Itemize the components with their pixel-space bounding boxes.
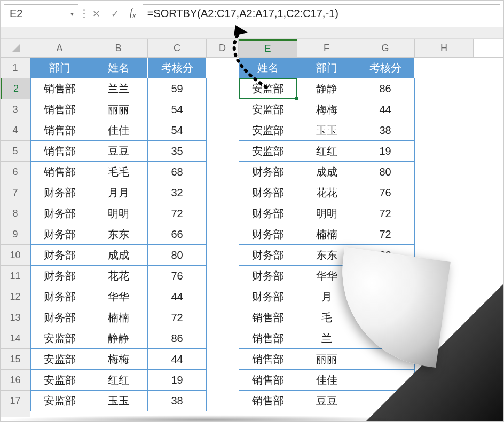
row-header-12[interactable]: 12 xyxy=(1,286,30,307)
row-header-11[interactable]: 11 xyxy=(1,266,30,286)
table1-cell[interactable]: 44 xyxy=(148,349,207,370)
row-header-7[interactable]: 7 xyxy=(1,182,30,203)
table2-cell[interactable]: 销售部 xyxy=(239,328,297,349)
table1-cell[interactable]: 安监部 xyxy=(30,391,89,411)
table2-cell[interactable]: 44 xyxy=(356,99,415,120)
empty-cell[interactable] xyxy=(415,328,436,349)
table1-cell[interactable]: 销售部 xyxy=(30,120,89,141)
table2-cell[interactable]: 佳佳 xyxy=(297,370,356,391)
table2-cell[interactable]: 毛 xyxy=(297,307,356,328)
table1-cell[interactable]: 19 xyxy=(148,370,207,391)
table1-cell[interactable]: 销售部 xyxy=(30,141,89,162)
empty-cell[interactable] xyxy=(415,224,436,245)
table2-cell[interactable]: 静静 xyxy=(297,78,356,99)
table2-cell[interactable]: 80 xyxy=(356,162,415,182)
table2-cell[interactable]: 玉玉 xyxy=(297,120,356,141)
table1-cell[interactable]: 红红 xyxy=(89,370,148,391)
table2-cell[interactable]: 财务部 xyxy=(239,286,297,307)
empty-cell[interactable] xyxy=(415,99,436,120)
table2-cell[interactable]: 86 xyxy=(356,78,415,99)
row-header-16[interactable]: 16 xyxy=(1,370,30,391)
row-header-4[interactable]: 4 xyxy=(1,120,30,141)
empty-cell[interactable] xyxy=(207,120,239,141)
table1-cell[interactable]: 华华 xyxy=(89,286,148,307)
table1-cell[interactable]: 财务部 xyxy=(30,224,89,245)
table2-cell[interactable]: 销售部 xyxy=(239,307,297,328)
row-header-3[interactable]: 3 xyxy=(1,99,30,120)
empty-cell[interactable] xyxy=(207,162,239,182)
table2-header[interactable]: 考核分 xyxy=(356,58,415,78)
col-header-G[interactable]: G xyxy=(356,39,415,58)
table2-header[interactable]: 姓名 xyxy=(239,58,297,78)
table1-cell[interactable]: 楠楠 xyxy=(89,307,148,328)
row-header-1[interactable]: 1 xyxy=(1,58,30,78)
table2-cell[interactable]: 成成 xyxy=(297,162,356,182)
empty-cell[interactable] xyxy=(207,391,239,411)
row-header-13[interactable]: 13 xyxy=(1,307,30,328)
table1-cell[interactable]: 86 xyxy=(148,328,207,349)
table2-cell[interactable] xyxy=(356,286,415,307)
table1-cell[interactable]: 兰兰 xyxy=(89,78,148,99)
table1-cell[interactable]: 梅梅 xyxy=(89,349,148,370)
empty-cell[interactable] xyxy=(207,307,239,328)
select-all-corner[interactable] xyxy=(1,27,30,38)
col-header-F[interactable]: F xyxy=(297,39,356,58)
table2-cell[interactable]: 红红 xyxy=(297,141,356,162)
table2-cell[interactable] xyxy=(356,370,415,391)
empty-cell[interactable] xyxy=(415,391,436,411)
table1-cell[interactable]: 销售部 xyxy=(30,162,89,182)
empty-cell[interactable] xyxy=(207,99,239,120)
row-header-14[interactable]: 14 xyxy=(1,328,30,349)
empty-cell[interactable] xyxy=(207,349,239,370)
empty-cell[interactable] xyxy=(415,182,436,203)
table2-cell[interactable]: 销售部 xyxy=(239,391,297,411)
table1-cell[interactable]: 72 xyxy=(148,203,207,224)
table1-cell[interactable]: 66 xyxy=(148,224,207,245)
table2-cell[interactable]: 财务部 xyxy=(239,182,297,203)
table2-cell[interactable]: 72 xyxy=(356,224,415,245)
table2-cell[interactable]: 月 xyxy=(297,286,356,307)
table2-cell[interactable]: 花花 xyxy=(297,182,356,203)
empty-cell[interactable] xyxy=(415,286,436,307)
table1-cell[interactable]: 静静 xyxy=(89,328,148,349)
col-header-H[interactable]: H xyxy=(415,39,474,58)
table1-cell[interactable]: 35 xyxy=(148,141,207,162)
empty-cell[interactable] xyxy=(207,224,239,245)
empty-cell[interactable] xyxy=(415,203,436,224)
table2-cell[interactable] xyxy=(356,349,415,370)
empty-cell[interactable] xyxy=(415,162,436,182)
row-header-15[interactable]: 15 xyxy=(1,349,30,370)
empty-cell[interactable] xyxy=(207,141,239,162)
table2-cell[interactable]: 财务部 xyxy=(239,245,297,266)
empty-cell[interactable] xyxy=(207,78,239,99)
table2-cell[interactable]: 明明 xyxy=(297,203,356,224)
table1-cell[interactable]: 财务部 xyxy=(30,266,89,286)
row-header-8[interactable]: 8 xyxy=(1,203,30,224)
empty-cell[interactable] xyxy=(207,286,239,307)
table1-cell[interactable]: 32 xyxy=(148,182,207,203)
table1-cell[interactable]: 毛毛 xyxy=(89,162,148,182)
table2-header[interactable]: 部门 xyxy=(297,58,356,78)
chevron-down-icon[interactable]: ▾ xyxy=(70,10,74,18)
table2-cell[interactable] xyxy=(356,328,415,349)
table1-cell[interactable]: 76 xyxy=(148,266,207,286)
table2-cell[interactable]: 销售部 xyxy=(239,370,297,391)
col-header-D[interactable]: D xyxy=(207,39,239,58)
row-header-6[interactable]: 6 xyxy=(1,162,30,182)
col-header-A[interactable]: A xyxy=(30,39,89,58)
table2-cell[interactable]: 19 xyxy=(356,141,415,162)
table2-cell[interactable]: 华华 xyxy=(297,266,356,286)
table2-cell[interactable]: 财务部 xyxy=(239,224,297,245)
table2-cell[interactable]: 丽丽 xyxy=(297,349,356,370)
empty-cell[interactable] xyxy=(415,266,436,286)
col-header-E[interactable]: E xyxy=(239,39,297,58)
table1-cell[interactable]: 68 xyxy=(148,162,207,182)
table1-cell[interactable]: 丽丽 xyxy=(89,99,148,120)
empty-cell[interactable] xyxy=(207,245,239,266)
row-header-17[interactable]: 17 xyxy=(1,391,30,411)
table1-header[interactable]: 考核分 xyxy=(148,58,207,78)
name-box[interactable]: E2 ▾ xyxy=(4,4,78,23)
table1-cell[interactable]: 安监部 xyxy=(30,349,89,370)
table2-cell[interactable]: 安监部 xyxy=(239,141,297,162)
table2-cell[interactable]: 76 xyxy=(356,182,415,203)
